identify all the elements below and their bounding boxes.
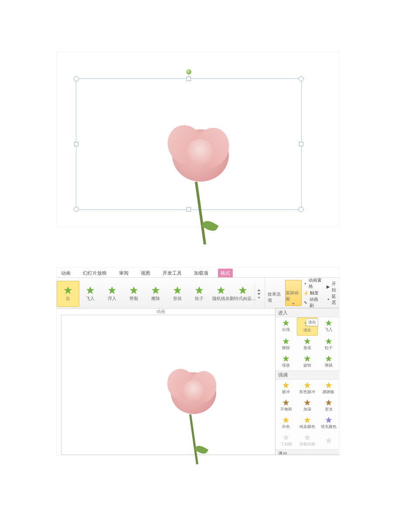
animation-option[interactable]: 擦除	[275, 336, 297, 353]
animation-gallery-item[interactable]: 擦除	[145, 281, 167, 306]
animation-gallery-item[interactable]: 形状	[167, 281, 188, 306]
animation-name-label: 浮入	[108, 296, 116, 302]
animation-option-label: 弹跳	[325, 363, 333, 368]
svg-marker-26	[304, 382, 310, 388]
animation-option[interactable]: 补色	[275, 414, 297, 432]
svg-marker-17	[326, 338, 331, 344]
svg-marker-30	[326, 400, 331, 405]
effect-options-button[interactable]: 效果选项	[268, 280, 283, 306]
animation-option-label: 擦除	[282, 345, 290, 351]
animation-option[interactable]: 飞入	[318, 317, 339, 335]
ribbon-command[interactable]: •延迟	[326, 293, 338, 306]
ribbon-command[interactable]: ▶开始	[326, 281, 338, 293]
animation-option-label: 补色	[282, 424, 290, 430]
animation-option-label: 轮子	[325, 345, 333, 351]
resize-handle-e[interactable]	[299, 142, 303, 146]
star-icon	[325, 320, 332, 327]
svg-marker-14	[326, 320, 331, 326]
svg-marker-32	[304, 417, 310, 423]
slide-canvas-top	[56, 52, 340, 227]
star-icon	[282, 338, 289, 345]
svg-marker-6	[196, 287, 203, 294]
animation-gallery-item[interactable]: 劈裂	[123, 281, 145, 306]
effect-options-label: 效果选项	[268, 291, 283, 303]
animation-gallery-item[interactable]: 轮子	[188, 281, 210, 306]
animation-option[interactable]: 淡出淡出	[297, 317, 318, 336]
animation-gallery-item[interactable]: 随机线条	[210, 281, 232, 306]
svg-marker-4	[152, 287, 160, 294]
play-icon: ▶	[326, 284, 330, 290]
star-icon	[282, 320, 289, 327]
resize-handle-ne[interactable]	[299, 76, 304, 81]
resize-handle-se[interactable]	[299, 207, 304, 212]
animation-option[interactable]: 跷跷板	[318, 380, 339, 397]
svg-marker-25	[283, 382, 289, 388]
ribbon-command[interactable]: ⚡触发	[303, 290, 322, 296]
ribbon: 出飞入浮入劈裂擦除形状轮子随机线条翻转式由远… 效果选项 添加动画	[57, 278, 339, 309]
resize-handle-w[interactable]	[74, 142, 78, 146]
ribbon-tab[interactable]: 开发工具	[160, 269, 184, 277]
svg-marker-29	[304, 400, 310, 405]
pane-icon: •	[303, 281, 307, 286]
rotation-handle[interactable]	[186, 69, 191, 74]
animation-option[interactable]: 轮子	[318, 336, 339, 353]
ribbon-right-group: 效果选项 添加动画 •动画窗格⚡触发✎动画刷 ▶开始•延迟	[265, 278, 340, 308]
animation-gallery-item[interactable]: 飞入	[79, 281, 101, 306]
ribbon-tab[interactable]: 格式	[218, 269, 233, 277]
popup-section-title: 退出	[275, 449, 339, 455]
resize-handle-nw[interactable]	[74, 76, 79, 81]
animation-name-label: 劈裂	[129, 296, 138, 302]
ribbon-tab[interactable]: 视图	[138, 269, 153, 277]
animation-gallery-item[interactable]: 翻转式由远…	[232, 281, 254, 306]
animation-option[interactable]: 彩色脉冲	[297, 380, 318, 397]
svg-point-23	[309, 357, 310, 358]
animation-gallery-item[interactable]: 浮入	[101, 281, 123, 306]
animation-option-label: 旋转	[303, 363, 311, 368]
svg-marker-2	[109, 287, 116, 294]
animation-option[interactable]: 线条颜色	[297, 414, 318, 432]
ribbon-command[interactable]: ✎动画刷	[303, 296, 322, 309]
svg-marker-0	[65, 287, 72, 294]
svg-marker-12	[283, 320, 289, 326]
popup-section-grid: 出现淡出淡出飞入擦除形状轮子缩放旋转弹跳	[275, 317, 339, 370]
rose-image[interactable]	[163, 126, 238, 239]
animation-option[interactable]: 加深	[297, 397, 318, 414]
command-label: 开始	[332, 281, 338, 293]
resize-handle-sw[interactable]	[74, 207, 79, 212]
svg-point-19	[284, 356, 285, 357]
star-icon	[325, 338, 332, 345]
animation-option[interactable]: 填充颜色	[318, 414, 339, 432]
popup-section-grid: 脉冲彩色脉冲跷跷板不饱和加深变淡补色线条颜色填充颜色下划线加粗闪烁	[275, 380, 339, 449]
ribbon-tab[interactable]: 审阅	[116, 269, 131, 277]
add-animation-button[interactable]: 添加动画	[285, 280, 302, 306]
animation-gallery-item[interactable]: 出	[57, 281, 79, 307]
animation-name-label: 形状	[173, 296, 182, 302]
svg-marker-28	[283, 400, 289, 405]
selection-bounding-box[interactable]	[76, 78, 302, 210]
animation-option[interactable]: 形状	[297, 336, 318, 353]
animation-option[interactable]: 变淡	[318, 397, 339, 414]
ribbon-command[interactable]: •动画窗格	[303, 277, 322, 290]
animation-option[interactable]: 出现	[275, 317, 297, 335]
svg-marker-16	[304, 338, 310, 344]
gallery-scroll[interactable]	[255, 282, 263, 306]
svg-marker-34	[283, 434, 289, 440]
resize-handle-n[interactable]	[187, 77, 191, 81]
animation-option-label: 形状	[303, 345, 311, 351]
star-icon	[217, 286, 225, 295]
clock-icon: •	[326, 297, 330, 302]
animation-option-label: 脉冲	[282, 389, 290, 395]
ribbon-tab[interactable]: 幻灯片放映	[80, 269, 109, 277]
ribbon-tab[interactable]: 动画	[58, 269, 73, 277]
animation-option-label: 跷跷板	[323, 389, 334, 395]
ribbon-tab[interactable]: 加载项	[191, 269, 211, 277]
animation-option[interactable]: 旋转	[297, 353, 318, 370]
animation-option[interactable]: 不饱和	[275, 397, 297, 414]
animation-option[interactable]: 弹跳	[318, 353, 339, 370]
star-icon	[64, 286, 72, 295]
animation-option[interactable]: 缩放	[275, 353, 297, 370]
animation-option[interactable]: 脉冲	[275, 380, 297, 397]
star-icon	[304, 338, 311, 345]
animation-option: 下划线	[275, 432, 297, 449]
star-icon	[282, 355, 289, 362]
